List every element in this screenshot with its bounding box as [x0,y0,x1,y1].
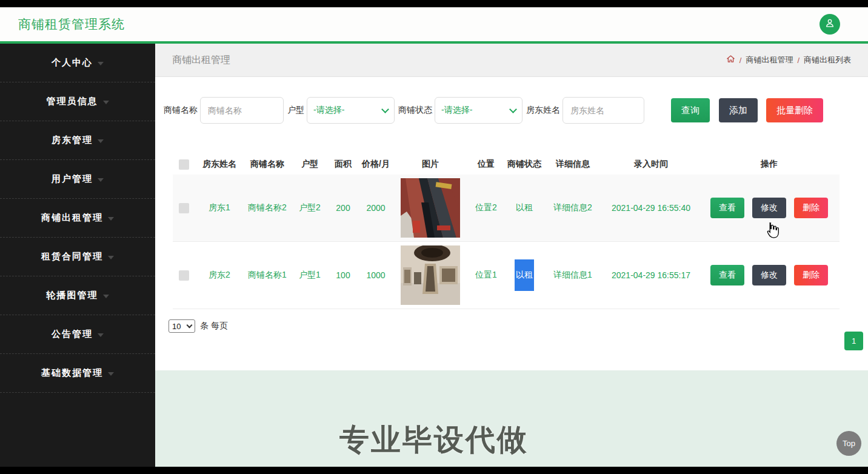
back-to-top-button[interactable]: Top [836,431,861,456]
view-button[interactable]: 查看 [710,265,744,285]
cell-area: 200 [329,203,357,213]
col-entry-time: 录入时间 [603,159,699,170]
shop-rental-table: 房东姓名 商铺名称 户型 面积 价格/月 图片 位置 商铺状态 详细信息 录入时… [173,154,840,309]
table-row: 房东2 商铺名称1 户型1 100 1000 [173,242,840,309]
top-header: 商铺租赁管理系统 [0,7,868,41]
edit-button[interactable]: 修改 [752,265,786,285]
sidebar-item-shop-rental-mgmt[interactable]: 商铺出租管理 [0,199,155,238]
page-title: 商铺出租管理 [172,54,230,67]
unit-type-selected-value: -请选择- [313,105,344,116]
sidebar-item-label: 商铺出租管理 [41,212,103,224]
chevron-down-icon [98,139,104,143]
sidebar-item-user-mgmt[interactable]: 用户管理 [0,160,155,199]
breadcrumb-separator: / [739,56,742,65]
sidebar-item-label: 管理员信息 [47,96,98,107]
per-page-label: 条 每页 [200,321,228,332]
delete-button[interactable]: 删除 [794,198,828,218]
sidebar-item-landlord-mgmt[interactable]: 房东管理 [0,121,155,160]
cell-shop-name: 商铺名称1 [244,270,290,281]
col-area: 面积 [329,159,357,170]
delete-button[interactable]: 删除 [794,265,828,285]
col-landlord: 房东姓名 [195,159,244,170]
landlord-name-input[interactable] [563,97,644,124]
cell-landlord: 房东1 [195,202,244,213]
unit-type-label: 户型 [287,105,304,116]
col-image: 图片 [395,159,466,170]
shop-status-select[interactable]: -请选择- [435,97,522,124]
add-button[interactable]: 添加 [719,98,758,122]
main-content: 商铺出租管理 / 商铺出租管理 / 商铺出租列表 商铺名称 户型 [155,44,868,467]
letterbox-bottom [0,467,868,474]
view-button[interactable]: 查看 [710,198,744,218]
query-button[interactable]: 查询 [671,98,710,122]
sidebar-item-personal-center[interactable]: 个人中心 [0,44,155,82]
chevron-down-icon [108,217,114,221]
shop-name-input[interactable] [200,97,284,124]
sidebar-item-label: 房东管理 [52,135,93,146]
chevron-down-icon [103,295,109,298]
mouse-cursor-hand-icon [763,221,781,240]
cell-status-selected: 以租 [515,259,534,291]
sidebar-item-notice-mgmt[interactable]: 公告管理 [0,315,155,354]
storefront-photo [401,178,460,238]
sidebar-item-basic-data-mgmt[interactable]: 基础数据管理 [0,354,155,393]
sidebar-nav: 个人中心 管理员信息 房东管理 用户管理 商铺出租管理 租赁合同管理 [0,44,155,467]
page-size-select[interactable]: 10 [169,319,195,333]
breadcrumb-bar: 商铺出租管理 / 商铺出租管理 / 商铺出租列表 [155,44,868,77]
col-price: 价格/月 [357,159,395,170]
chevron-down-icon [381,105,389,113]
batch-delete-button[interactable]: 批量删除 [766,98,823,122]
chevron-down-icon [108,256,114,259]
breadcrumb-item[interactable]: 商铺出租管理 [746,55,793,65]
edit-button[interactable]: 修改 [752,198,786,218]
breadcrumb: / 商铺出租管理 / 商铺出租列表 [726,55,851,65]
chevron-down-icon [98,333,104,337]
shop-status-label: 商铺状态 [398,105,432,116]
chevron-down-icon [98,62,104,65]
sidebar-item-admin-info[interactable]: 管理员信息 [0,82,155,121]
cell-entry-time: 2021-04-29 16:55:40 [603,203,699,213]
sidebar-item-carousel-mgmt[interactable]: 轮播图管理 [0,276,155,315]
cell-entry-time: 2021-04-29 16:55:17 [603,270,699,280]
chevron-down-icon [108,372,114,376]
table-row: 房东1 商铺名称2 户型2 200 2000 [173,175,840,242]
cell-detail: 详细信息1 [542,270,603,281]
user-avatar[interactable] [820,14,840,35]
row-checkbox[interactable] [179,270,189,281]
shop-interior-photo [401,245,460,305]
col-shop-name: 商铺名称 [244,159,290,170]
cell-area: 100 [329,270,357,280]
watermark-text: 专业毕设代做 [339,420,529,460]
sidebar-item-label: 用户管理 [52,173,93,185]
cell-location: 位置2 [466,202,506,213]
chevron-down-icon [509,105,517,113]
col-unit-type: 户型 [290,159,329,170]
cell-landlord: 房东2 [195,270,244,281]
col-location: 位置 [466,159,506,170]
col-status: 商铺状态 [506,159,542,170]
unit-type-select[interactable]: -请选择- [307,97,395,124]
shop-name-label: 商铺名称 [164,105,198,116]
sidebar-item-label: 轮播图管理 [47,290,98,301]
home-icon[interactable] [726,55,735,65]
col-actions: 操作 [699,159,840,170]
breadcrumb-item-current: 商铺出租列表 [804,55,851,65]
app-window: 商铺租赁管理系统 个人中心 管理员信息 房东管理 [0,7,868,467]
cell-unit-type: 户型2 [290,202,329,213]
app-title: 商铺租赁管理系统 [18,16,125,33]
page-number-button[interactable]: 1 [844,332,863,350]
table-header-row: 房东姓名 商铺名称 户型 面积 价格/月 图片 位置 商铺状态 详细信息 录入时… [173,154,840,175]
sidebar-item-label: 租赁合同管理 [41,251,103,262]
breadcrumb-separator: / [797,56,800,65]
row-checkbox[interactable] [179,203,189,213]
select-all-checkbox[interactable] [179,159,189,170]
cell-actions: 查看 修改 删除 [699,265,840,285]
cell-unit-type: 户型1 [290,270,329,281]
pagination-bar: 10 条 每页 [169,319,868,333]
col-detail: 详细信息 [542,159,603,170]
sidebar-item-lease-contract-mgmt[interactable]: 租赁合同管理 [0,238,155,276]
sidebar-item-label: 个人中心 [52,57,93,68]
footer-area: 专业毕设代做 Top [155,370,868,467]
chevron-down-icon [103,101,109,104]
cell-price: 2000 [357,203,395,213]
